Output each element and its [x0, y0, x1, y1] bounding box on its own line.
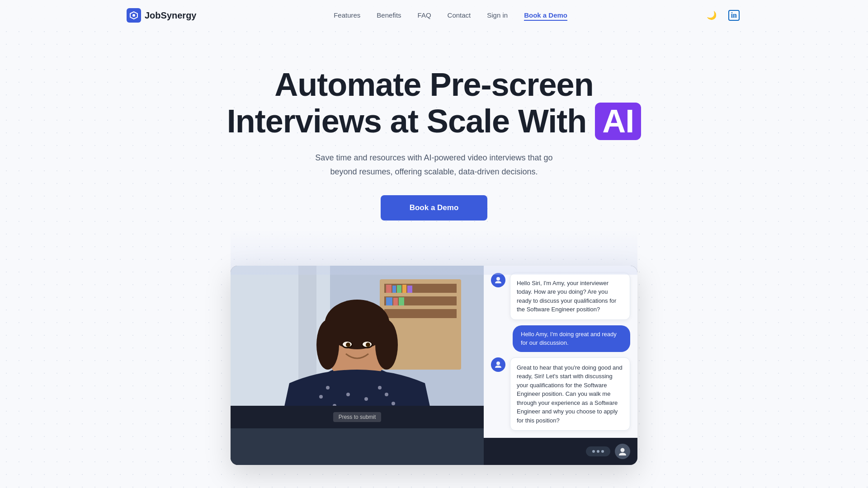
chat-message-ai-1: Hello Siri, I'm Amy, your interviewer to… — [491, 273, 630, 320]
press-hint: Press to submit — [333, 412, 382, 422]
svg-rect-7 — [386, 285, 392, 293]
demo-wrapper: Press to submit Hello Siri, I'm Am — [231, 266, 637, 465]
linkedin-icon: in — [728, 10, 740, 21]
svg-point-39 — [621, 448, 625, 452]
logo-link[interactable]: JobSynergy — [127, 8, 196, 23]
svg-rect-10 — [402, 285, 406, 293]
nav-links: Features Benefits FAQ Contact Sign in Bo… — [334, 11, 567, 19]
svg-rect-9 — [397, 285, 401, 293]
typing-indicator — [586, 446, 610, 456]
ai-badge: AI — [595, 103, 641, 140]
video-bottom-bar: Press to submit — [231, 406, 484, 428]
svg-point-38 — [496, 361, 500, 365]
hero-title-line2-prefix: Interviews at Scale With — [227, 103, 595, 139]
svg-point-1 — [132, 14, 135, 17]
navbar: JobSynergy Features Benefits FAQ Contact… — [0, 0, 868, 31]
nav-signin[interactable]: Sign in — [487, 11, 508, 19]
ai-avatar-icon-2 — [494, 361, 502, 369]
nav-features[interactable]: Features — [334, 11, 360, 19]
user-message-bubble-1: Hello Amy, I'm doing great and ready for… — [513, 325, 630, 352]
svg-point-37 — [496, 277, 500, 281]
nav-right-icons: 🌙 in — [705, 8, 741, 23]
svg-point-34 — [392, 402, 395, 405]
typing-dot-2 — [597, 450, 599, 453]
svg-rect-8 — [392, 286, 396, 293]
hero-subtitle: Save time and resources with AI-powered … — [307, 151, 561, 178]
ai-avatar-2 — [491, 357, 505, 372]
ai-message-bubble-1: Hello Siri, I'm Amy, your interviewer to… — [510, 273, 630, 320]
nav-faq[interactable]: FAQ — [418, 11, 431, 19]
ai-avatar-1 — [491, 273, 505, 287]
svg-point-27 — [346, 343, 350, 347]
chat-message-user-1: Hello Amy, I'm doing great and ready for… — [491, 325, 630, 352]
svg-rect-14 — [399, 297, 404, 305]
svg-point-33 — [378, 386, 382, 389]
chat-messages: Hello Siri, I'm Amy, your interviewer to… — [484, 266, 637, 438]
typing-dot-1 — [592, 450, 595, 453]
svg-point-31 — [346, 393, 350, 396]
chat-bottom-bar — [484, 438, 637, 465]
svg-point-32 — [364, 397, 368, 401]
svg-rect-13 — [393, 298, 398, 305]
svg-rect-6 — [384, 309, 457, 318]
hero-title-line1: Automate Pre-screen — [274, 66, 593, 103]
svg-point-29 — [319, 395, 323, 399]
book-demo-button[interactable]: Book a Demo — [381, 195, 488, 221]
nav-benefits[interactable]: Benefits — [377, 11, 401, 19]
user-avatar-icon — [618, 447, 627, 456]
svg-point-22 — [375, 320, 398, 370]
nav-contact[interactable]: Contact — [448, 11, 471, 19]
svg-rect-11 — [407, 286, 412, 293]
nav-book-demo[interactable]: Book a Demo — [524, 11, 567, 21]
svg-point-36 — [385, 393, 388, 396]
demo-card: Press to submit Hello Siri, I'm Am — [231, 266, 637, 465]
hero-title: Automate Pre-screen Interviews at Scale … — [9, 67, 859, 140]
logo-text: JobSynergy — [145, 10, 196, 21]
ai-avatar-icon — [494, 276, 502, 284]
video-face — [231, 266, 484, 406]
ai-message-bubble-2: Great to hear that you're doing good and… — [510, 357, 630, 431]
typing-dot-3 — [601, 450, 604, 453]
moon-icon: 🌙 — [707, 10, 717, 20]
chat-message-ai-2: Great to hear that you're doing good and… — [491, 357, 630, 431]
logo-icon — [127, 8, 141, 23]
svg-rect-12 — [386, 297, 392, 305]
chat-user-avatar — [615, 444, 630, 459]
svg-point-35 — [326, 386, 330, 389]
demo-section: Press to submit Hello Siri, I'm Am — [0, 266, 868, 465]
chat-panel: Hello Siri, I'm Amy, your interviewer to… — [484, 266, 637, 465]
svg-point-21 — [316, 320, 339, 370]
linkedin-button[interactable]: in — [726, 8, 741, 23]
video-panel: Press to submit — [231, 266, 484, 465]
person-illustration — [231, 266, 484, 406]
dark-mode-toggle[interactable]: 🌙 — [705, 9, 718, 22]
hero-section: Automate Pre-screen Interviews at Scale … — [0, 31, 868, 239]
svg-point-28 — [366, 343, 370, 347]
